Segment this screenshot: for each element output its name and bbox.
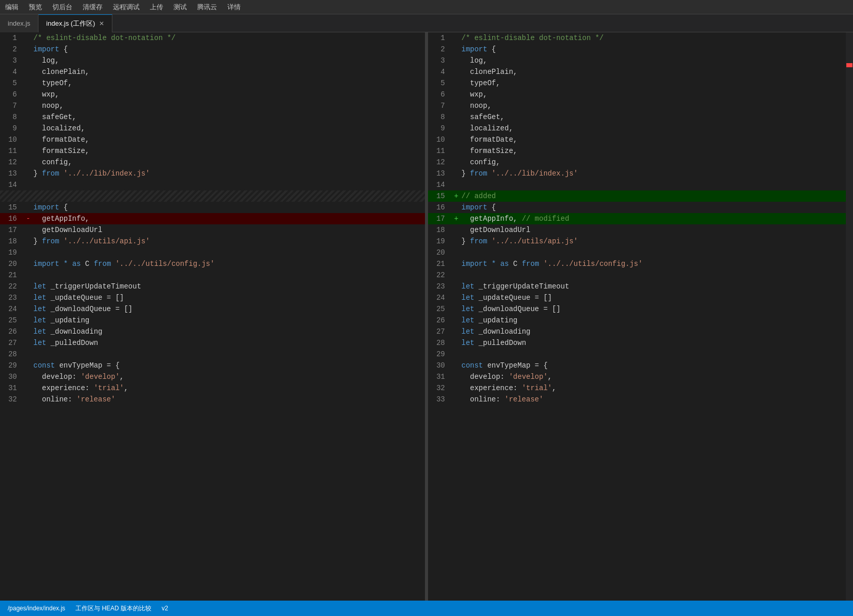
- line-content: formatDate,: [461, 134, 853, 145]
- table-row: 28 let _pulledDown: [428, 337, 853, 349]
- line-content: import {: [461, 44, 853, 55]
- line-number: 28: [0, 349, 23, 360]
- diff-marker: [23, 89, 33, 100]
- table-row: 27 let _pulledDown: [0, 337, 425, 349]
- diff-marker: [23, 55, 33, 66]
- close-icon[interactable]: ✕: [99, 20, 104, 27]
- diff-marker: [451, 371, 461, 382]
- left-editor-pane[interactable]: 1 /* eslint-disable dot-notation */2 imp…: [0, 32, 425, 601]
- line-content: online: 'release': [461, 394, 853, 405]
- diff-marker: [23, 32, 33, 44]
- table-row: 18 } from '../../utils/api.js': [0, 236, 425, 247]
- tabs-bar: index.js index.js (工作区) ✕: [0, 14, 853, 32]
- line-number: 26: [0, 326, 23, 337]
- diff-marker: [23, 371, 33, 382]
- table-row: 16- getAppInfo,: [0, 213, 425, 224]
- table-row: 18 getDownloadUrl: [428, 224, 853, 236]
- right-editor-pane[interactable]: 1 /* eslint-disable dot-notation */2 imp…: [428, 32, 853, 601]
- line-number: 13: [428, 168, 451, 179]
- diff-marker: [23, 100, 33, 111]
- line-number: 32: [428, 382, 451, 394]
- menu-clearcache[interactable]: 清缓存: [83, 3, 103, 12]
- line-number: 25: [428, 303, 451, 315]
- comparison-label: 工作区与 HEAD 版本的比较: [75, 604, 151, 613]
- menu-remote-debug[interactable]: 远程调试: [113, 3, 140, 12]
- line-number: 28: [428, 337, 451, 349]
- line-content: typeOf,: [461, 78, 853, 89]
- file-path: /pages/index/index.js: [8, 605, 65, 612]
- diff-marker: [451, 270, 461, 281]
- line-content: let _updating: [33, 315, 425, 326]
- line-number: 19: [0, 247, 23, 258]
- line-content: clonePlain,: [33, 66, 425, 78]
- table-row: 5 typeOf,: [428, 78, 853, 89]
- tab-index-js-workspace[interactable]: index.js (工作区) ✕: [38, 14, 112, 32]
- table-row: 2 import {: [428, 44, 853, 55]
- table-row: 26 let _downloading: [0, 326, 425, 337]
- diff-marker: [451, 247, 461, 258]
- line-content: experience: 'trial',: [33, 382, 425, 394]
- table-row: 15+// added: [428, 190, 853, 202]
- line-content: formatDate,: [33, 134, 425, 145]
- diff-marker: [23, 66, 33, 78]
- menu-detail[interactable]: 详情: [227, 3, 241, 12]
- line-content: localized,: [33, 123, 425, 134]
- menu-upload[interactable]: 上传: [150, 3, 163, 12]
- diff-marker: [451, 55, 461, 66]
- line-number: 17: [0, 224, 23, 236]
- table-row: 24 let _downloadQueue = []: [0, 303, 425, 315]
- line-number: 30: [0, 371, 23, 382]
- line-number: 5: [428, 78, 451, 89]
- line-content: let _downloadQueue = []: [461, 303, 853, 315]
- menu-preview[interactable]: 预览: [29, 3, 42, 12]
- diff-marker: [23, 258, 33, 270]
- table-row: 22: [428, 270, 853, 281]
- line-number: 17: [428, 213, 451, 224]
- line-content: getDownloadUrl: [461, 224, 853, 236]
- table-row: 13 } from '../../lib/index.js': [428, 168, 853, 179]
- diff-marker: +: [451, 213, 461, 224]
- line-content: getDownloadUrl: [33, 224, 425, 236]
- line-number: 33: [428, 394, 451, 405]
- line-content: safeGet,: [461, 111, 853, 123]
- diff-marker: [451, 281, 461, 292]
- line-number: 15: [0, 202, 23, 213]
- line-content: let _updating: [461, 315, 853, 326]
- line-number: 18: [0, 236, 23, 247]
- line-content: experience: 'trial',: [461, 382, 853, 394]
- menu-edit[interactable]: 编辑: [5, 3, 18, 12]
- status-bar: /pages/index/index.js 工作区与 HEAD 版本的比较 v2: [0, 601, 853, 616]
- table-row: 28: [0, 349, 425, 360]
- line-number: 25: [0, 315, 23, 326]
- menu-background[interactable]: 切后台: [52, 3, 72, 12]
- line-content: import {: [461, 202, 853, 213]
- diff-marker: [451, 44, 461, 55]
- line-number: 31: [0, 382, 23, 394]
- diff-marker: [451, 78, 461, 89]
- diff-marker: +: [451, 190, 461, 202]
- diff-marker: [451, 134, 461, 145]
- line-number: 23: [0, 292, 23, 303]
- line-number: 15: [428, 190, 451, 202]
- table-row: 12 config,: [0, 157, 425, 168]
- line-content: let _pulledDown: [33, 337, 425, 349]
- line-content: develop: 'develop',: [33, 371, 425, 382]
- table-row: 13 } from '../../lib/index.js': [0, 168, 425, 179]
- line-number: 27: [0, 337, 23, 349]
- table-row: 14: [0, 179, 425, 190]
- tab-index-js[interactable]: index.js: [0, 14, 38, 32]
- line-content: config,: [461, 157, 853, 168]
- diff-marker: [451, 224, 461, 236]
- menu-test[interactable]: 测试: [173, 3, 187, 12]
- menu-tencent[interactable]: 腾讯云: [197, 3, 217, 12]
- table-row: 10 formatDate,: [428, 134, 853, 145]
- version-label: v2: [162, 605, 168, 612]
- table-row: 19: [0, 247, 425, 258]
- diff-marker: [451, 292, 461, 303]
- table-row: 32 online: 'release': [0, 394, 425, 405]
- tab-label: index.js: [8, 20, 30, 27]
- line-content: config,: [33, 157, 425, 168]
- table-row: 1 /* eslint-disable dot-notation */: [0, 32, 425, 44]
- line-content: wxp,: [33, 89, 425, 100]
- diff-marker: [23, 270, 33, 281]
